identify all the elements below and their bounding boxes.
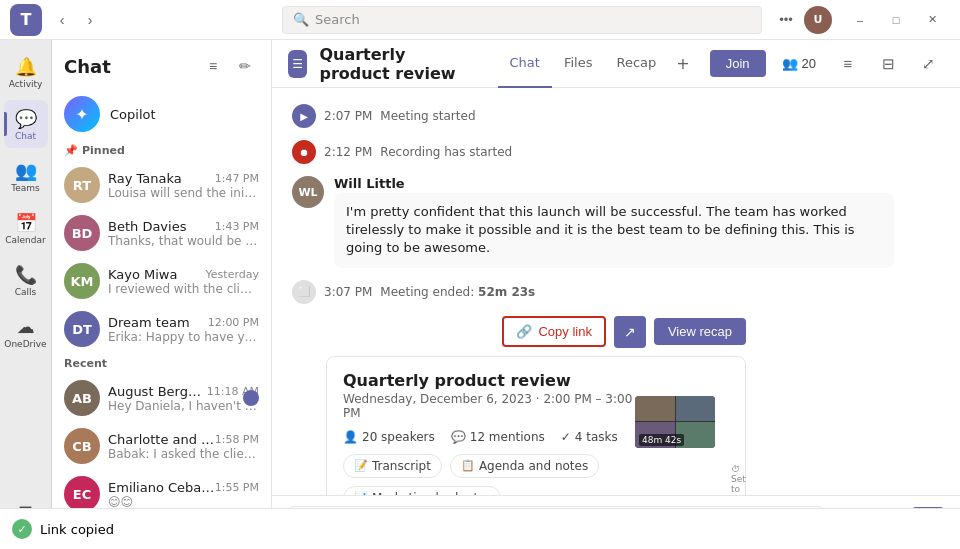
chat-item-kayo[interactable]: KM Kayo Miwa Yesterday I reviewed with t… xyxy=(52,257,271,305)
sidebar-item-chat[interactable]: 💬 Chat xyxy=(4,100,48,148)
chat-item-dream[interactable]: DT Dream team 12:00 PM Erika: Happy to h… xyxy=(52,305,271,353)
tab-chat[interactable]: Chat xyxy=(498,40,552,88)
expand-button[interactable]: ⤢ xyxy=(912,48,944,80)
copy-link-button[interactable]: 🔗 Copy link xyxy=(502,316,605,347)
end-icon: ⬜ xyxy=(292,280,316,304)
avatar-will: WL xyxy=(292,176,324,208)
video-icon: ▶ xyxy=(292,104,316,128)
onedrive-label: OneDrive xyxy=(4,339,46,349)
link-icon: 🔗 xyxy=(516,324,532,339)
sidebar-item-calls[interactable]: 📞 Calls xyxy=(4,256,48,304)
join-button[interactable]: Join xyxy=(710,50,766,77)
link-copied-icon: ✓ xyxy=(12,519,32,539)
stat-tasks: ✓ 4 tasks xyxy=(561,430,618,444)
expire-text: Set to expire xyxy=(731,474,759,495)
teams-logo: T xyxy=(10,4,42,36)
tag-agenda[interactable]: 📋 Agenda and notes xyxy=(450,454,599,478)
calendar-icon: 📅 xyxy=(15,212,37,233)
calls-label: Calls xyxy=(15,287,37,297)
close-button[interactable]: ✕ xyxy=(914,0,950,40)
sidebar-item-onedrive[interactable]: ☁ OneDrive xyxy=(4,308,48,356)
title-bar-right: ••• U – □ ✕ xyxy=(774,0,960,40)
chat-info-beth: Beth Davies 1:43 PM Thanks, that would b… xyxy=(108,219,259,248)
share-button[interactable]: ↗ xyxy=(614,316,646,348)
thumb-duration: 48m 42s xyxy=(639,434,684,446)
search-bar[interactable]: 🔍 Search xyxy=(282,6,762,34)
msg-time: 3:07 PM xyxy=(324,285,372,299)
channel-icon: ☰ xyxy=(288,50,307,78)
msg-text: Meeting started xyxy=(380,109,475,123)
user-avatar[interactable]: U xyxy=(804,6,832,34)
chat-list-title: Chat xyxy=(64,56,111,77)
chat-list-icons: ≡ ✏ xyxy=(199,52,259,80)
channel-header: ☰ Quarterly product review Chat Files Re… xyxy=(272,40,960,88)
chat-preview: Babak: I asked the client to send... xyxy=(108,447,259,461)
sidebar-item-teams[interactable]: 👥 Teams xyxy=(4,152,48,200)
view-recap-button[interactable]: View recap xyxy=(654,318,746,345)
new-chat-button[interactable]: ✏ xyxy=(231,52,259,80)
record-icon: ⏺ xyxy=(292,140,316,164)
msg-sender: Will Little xyxy=(334,176,940,191)
avatar-august: AB xyxy=(64,380,100,416)
recap-title: Quarterly product review xyxy=(343,371,639,390)
chat-preview: Erika: Happy to have you back,. xyxy=(108,330,259,344)
tab-recap[interactable]: Recap xyxy=(604,40,668,88)
tab-files[interactable]: Files xyxy=(552,40,605,88)
expire-icon: ⏱ xyxy=(731,464,740,474)
notification-badge xyxy=(243,390,259,406)
calls-icon: 📞 xyxy=(15,264,37,285)
msg-text: I'm pretty confident that this launch wi… xyxy=(334,193,894,268)
maximize-button[interactable]: □ xyxy=(878,0,914,40)
participants-count: 20 xyxy=(802,56,816,71)
chat-item-august[interactable]: AB August Bergman 11:18 AM Hey Daniela, … xyxy=(52,374,271,422)
messages-area[interactable]: ▶ 2:07 PM Meeting started ⏺ 2:12 PM Reco… xyxy=(272,88,960,495)
list-view-button[interactable]: ≡ xyxy=(832,48,864,80)
tag-label: Marketing budget... xyxy=(372,491,490,495)
nav-forward-button[interactable]: › xyxy=(78,8,102,32)
minimize-button[interactable]: – xyxy=(842,0,878,40)
agenda-icon: 📋 xyxy=(461,459,475,472)
app-body: 🔔 Activity 💬 Chat 👥 Teams 📅 Calendar 📞 C… xyxy=(0,40,960,549)
filter-button[interactable]: ≡ xyxy=(199,52,227,80)
chat-name: Beth Davies xyxy=(108,219,186,234)
channel-header-right: Join 👥 20 ≡ ⊟ ⤢ xyxy=(710,48,944,80)
participants-button[interactable]: 👥 20 xyxy=(774,52,824,75)
main-content: ☰ Quarterly product review Chat Files Re… xyxy=(272,40,960,549)
copilot-item[interactable]: ✦ Copilot xyxy=(52,88,271,140)
tag-transcript[interactable]: 📝 Transcript xyxy=(343,454,442,478)
pin-icon: 📌 xyxy=(64,144,78,157)
avatar-emiliano: EC xyxy=(64,476,100,512)
chat-info-ray: Ray Tanaka 1:47 PM Louisa will send the … xyxy=(108,171,259,200)
chat-time: 1:47 PM xyxy=(215,172,259,185)
message-will-little: WL Will Little I'm pretty confident that… xyxy=(292,176,940,268)
title-bar-left: T ‹ › xyxy=(0,4,270,36)
sidebar-item-calendar[interactable]: 📅 Calendar xyxy=(4,204,48,252)
recap-card: Quarterly product review Wednesday, Dece… xyxy=(326,356,746,495)
more-options-button[interactable]: ••• xyxy=(774,8,798,32)
chat-time: Yesterday xyxy=(206,268,259,281)
add-tab-button[interactable]: + xyxy=(668,40,697,88)
chat-name-row: Ray Tanaka 1:47 PM xyxy=(108,171,259,186)
avatar-kayo: KM xyxy=(64,263,100,299)
thumb-cell-1 xyxy=(635,396,675,422)
chat-name-row: Beth Davies 1:43 PM xyxy=(108,219,259,234)
speakers-text: 20 speakers xyxy=(362,430,435,444)
recent-section-header: Recent xyxy=(52,353,271,374)
stat-speakers: 👤 20 speakers xyxy=(343,430,435,444)
chat-item-beth[interactable]: BD Beth Davies 1:43 PM Thanks, that woul… xyxy=(52,209,271,257)
chat-name: Ray Tanaka xyxy=(108,171,182,186)
onedrive-icon: ☁ xyxy=(17,316,35,337)
tag-marketing[interactable]: 📊 Marketing budget... xyxy=(343,486,501,495)
chat-label: Chat xyxy=(15,131,36,141)
transcript-icon: 📝 xyxy=(354,459,368,472)
chat-item-charlotte[interactable]: CB Charlotte and Babak 1:58 PM Babak: I … xyxy=(52,422,271,470)
calendar-view-button[interactable]: ⊟ xyxy=(872,48,904,80)
chat-item-ray[interactable]: RT Ray Tanaka 1:47 PM Louisa will send t… xyxy=(52,161,271,209)
recap-card-wrapper: 🔗 Copy link ↗ View recap Quarterly produ… xyxy=(326,316,940,495)
tag-label: Agenda and notes xyxy=(479,459,588,473)
chat-name-row: Charlotte and Babak 1:58 PM xyxy=(108,432,259,447)
nav-back-button[interactable]: ‹ xyxy=(50,8,74,32)
mentions-icon: 💬 xyxy=(451,430,466,444)
search-icon: 🔍 xyxy=(293,12,309,27)
sidebar-item-activity[interactable]: 🔔 Activity xyxy=(4,48,48,96)
